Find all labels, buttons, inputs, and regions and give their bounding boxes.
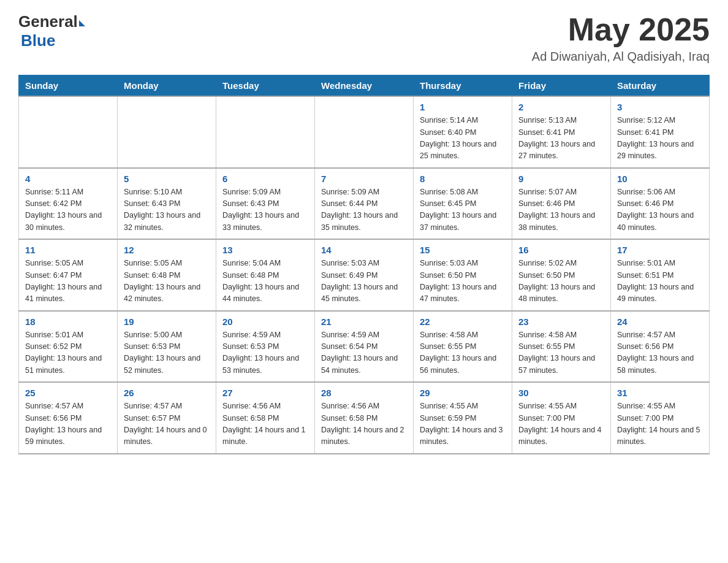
calendar-cell: 5Sunrise: 5:10 AM Sunset: 6:43 PM Daylig…: [118, 168, 216, 240]
day-number: 15: [420, 245, 506, 255]
day-number: 29: [420, 388, 506, 398]
calendar-cell: 16Sunrise: 5:02 AM Sunset: 6:50 PM Dayli…: [512, 239, 611, 311]
logo: General Blue: [18, 12, 85, 50]
day-info: Sunrise: 5:01 AM Sunset: 6:52 PM Dayligh…: [25, 329, 111, 377]
calendar-cell: 2Sunrise: 5:13 AM Sunset: 6:41 PM Daylig…: [512, 96, 611, 168]
calendar-week-3: 11Sunrise: 5:05 AM Sunset: 6:47 PM Dayli…: [19, 239, 710, 311]
day-number: 21: [321, 316, 407, 327]
calendar-cell: 23Sunrise: 4:58 AM Sunset: 6:55 PM Dayli…: [512, 311, 611, 383]
calendar-header-saturday: Saturday: [611, 75, 710, 97]
day-number: 1: [420, 102, 506, 112]
day-number: 10: [617, 174, 703, 184]
day-info: Sunrise: 5:13 AM Sunset: 6:41 PM Dayligh…: [518, 115, 604, 163]
day-number: 12: [124, 245, 210, 255]
calendar-cell: 31Sunrise: 4:55 AM Sunset: 7:00 PM Dayli…: [611, 382, 710, 454]
calendar-table: SundayMondayTuesdayWednesdayThursdayFrid…: [18, 75, 710, 454]
calendar-cell: 7Sunrise: 5:09 AM Sunset: 6:44 PM Daylig…: [315, 168, 414, 240]
day-number: 2: [518, 102, 604, 112]
calendar-week-5: 25Sunrise: 4:57 AM Sunset: 6:56 PM Dayli…: [19, 382, 710, 454]
calendar-cell: [118, 96, 216, 168]
day-number: 28: [321, 388, 407, 398]
day-number: 30: [518, 388, 604, 398]
calendar-cell: [19, 96, 118, 168]
day-number: 9: [518, 174, 604, 184]
day-number: 3: [617, 102, 703, 112]
day-number: 23: [518, 316, 604, 327]
day-info: Sunrise: 5:08 AM Sunset: 6:45 PM Dayligh…: [420, 186, 506, 234]
calendar-header-tuesday: Tuesday: [216, 75, 315, 97]
day-number: 26: [124, 388, 210, 398]
calendar-week-1: 1Sunrise: 5:14 AM Sunset: 6:40 PM Daylig…: [19, 96, 710, 168]
calendar-cell: 15Sunrise: 5:03 AM Sunset: 6:50 PM Dayli…: [414, 239, 512, 311]
day-number: 24: [617, 316, 703, 327]
day-info: Sunrise: 4:55 AM Sunset: 7:00 PM Dayligh…: [518, 400, 604, 448]
day-info: Sunrise: 5:02 AM Sunset: 6:50 PM Dayligh…: [518, 258, 604, 305]
calendar-header-thursday: Thursday: [414, 75, 512, 97]
calendar-cell: 11Sunrise: 5:05 AM Sunset: 6:47 PM Dayli…: [19, 239, 118, 311]
day-info: Sunrise: 5:05 AM Sunset: 6:48 PM Dayligh…: [124, 258, 210, 305]
day-info: Sunrise: 5:12 AM Sunset: 6:41 PM Dayligh…: [617, 115, 703, 163]
calendar-cell: 25Sunrise: 4:57 AM Sunset: 6:56 PM Dayli…: [19, 382, 118, 454]
calendar-cell: 1Sunrise: 5:14 AM Sunset: 6:40 PM Daylig…: [414, 96, 512, 168]
calendar-cell: [216, 96, 315, 168]
day-info: Sunrise: 5:01 AM Sunset: 6:51 PM Dayligh…: [617, 258, 703, 305]
day-info: Sunrise: 4:55 AM Sunset: 6:59 PM Dayligh…: [420, 400, 506, 448]
calendar-cell: 19Sunrise: 5:00 AM Sunset: 6:53 PM Dayli…: [118, 311, 216, 383]
calendar-header-monday: Monday: [118, 75, 216, 97]
day-info: Sunrise: 5:06 AM Sunset: 6:46 PM Dayligh…: [617, 186, 703, 234]
day-number: 4: [25, 174, 111, 184]
day-info: Sunrise: 5:03 AM Sunset: 6:50 PM Dayligh…: [420, 258, 506, 305]
calendar-cell: 21Sunrise: 4:59 AM Sunset: 6:54 PM Dayli…: [315, 311, 414, 383]
day-info: Sunrise: 4:59 AM Sunset: 6:53 PM Dayligh…: [222, 329, 308, 377]
calendar-header-friday: Friday: [512, 75, 611, 97]
calendar-cell: 12Sunrise: 5:05 AM Sunset: 6:48 PM Dayli…: [118, 239, 216, 311]
page-header: General Blue May 2025 Ad Diwaniyah, Al Q…: [18, 12, 710, 64]
calendar-cell: 18Sunrise: 5:01 AM Sunset: 6:52 PM Dayli…: [19, 311, 118, 383]
title-block: May 2025 Ad Diwaniyah, Al Qadisiyah, Ira…: [532, 12, 710, 64]
calendar-cell: 29Sunrise: 4:55 AM Sunset: 6:59 PM Dayli…: [414, 382, 512, 454]
day-number: 8: [420, 174, 506, 184]
calendar-cell: 13Sunrise: 5:04 AM Sunset: 6:48 PM Dayli…: [216, 239, 315, 311]
day-number: 22: [420, 316, 506, 327]
day-info: Sunrise: 4:59 AM Sunset: 6:54 PM Dayligh…: [321, 329, 407, 377]
day-info: Sunrise: 5:09 AM Sunset: 6:44 PM Dayligh…: [321, 186, 407, 234]
calendar-cell: 3Sunrise: 5:12 AM Sunset: 6:41 PM Daylig…: [611, 96, 710, 168]
day-info: Sunrise: 4:58 AM Sunset: 6:55 PM Dayligh…: [518, 329, 604, 377]
day-info: Sunrise: 4:56 AM Sunset: 6:58 PM Dayligh…: [222, 400, 308, 448]
calendar-cell: 9Sunrise: 5:07 AM Sunset: 6:46 PM Daylig…: [512, 168, 611, 240]
calendar-cell: 26Sunrise: 4:57 AM Sunset: 6:57 PM Dayli…: [118, 382, 216, 454]
day-info: Sunrise: 4:56 AM Sunset: 6:58 PM Dayligh…: [321, 400, 407, 448]
calendar-cell: 20Sunrise: 4:59 AM Sunset: 6:53 PM Dayli…: [216, 311, 315, 383]
calendar-cell: 10Sunrise: 5:06 AM Sunset: 6:46 PM Dayli…: [611, 168, 710, 240]
day-number: 20: [222, 316, 308, 327]
day-number: 27: [222, 388, 308, 398]
calendar-cell: 14Sunrise: 5:03 AM Sunset: 6:49 PM Dayli…: [315, 239, 414, 311]
calendar-cell: 28Sunrise: 4:56 AM Sunset: 6:58 PM Dayli…: [315, 382, 414, 454]
day-info: Sunrise: 5:07 AM Sunset: 6:46 PM Dayligh…: [518, 186, 604, 234]
calendar-cell: 30Sunrise: 4:55 AM Sunset: 7:00 PM Dayli…: [512, 382, 611, 454]
logo-blue-text: Blue: [21, 31, 55, 50]
day-info: Sunrise: 4:57 AM Sunset: 6:57 PM Dayligh…: [124, 400, 210, 448]
calendar-cell: 6Sunrise: 5:09 AM Sunset: 6:43 PM Daylig…: [216, 168, 315, 240]
calendar-cell: 24Sunrise: 4:57 AM Sunset: 6:56 PM Dayli…: [611, 311, 710, 383]
day-info: Sunrise: 5:03 AM Sunset: 6:49 PM Dayligh…: [321, 258, 407, 305]
day-info: Sunrise: 5:11 AM Sunset: 6:42 PM Dayligh…: [25, 186, 111, 234]
day-number: 6: [222, 174, 308, 184]
day-number: 17: [617, 245, 703, 255]
day-number: 14: [321, 245, 407, 255]
calendar-cell: 4Sunrise: 5:11 AM Sunset: 6:42 PM Daylig…: [19, 168, 118, 240]
day-info: Sunrise: 5:00 AM Sunset: 6:53 PM Dayligh…: [124, 329, 210, 377]
day-info: Sunrise: 5:05 AM Sunset: 6:47 PM Dayligh…: [25, 258, 111, 305]
day-info: Sunrise: 4:57 AM Sunset: 6:56 PM Dayligh…: [617, 329, 703, 377]
day-number: 13: [222, 245, 308, 255]
calendar-header-sunday: Sunday: [19, 75, 118, 97]
day-info: Sunrise: 5:14 AM Sunset: 6:40 PM Dayligh…: [420, 115, 506, 163]
calendar-header-row: SundayMondayTuesdayWednesdayThursdayFrid…: [19, 75, 710, 97]
day-info: Sunrise: 4:58 AM Sunset: 6:55 PM Dayligh…: [420, 329, 506, 377]
day-number: 5: [124, 174, 210, 184]
calendar-cell: 27Sunrise: 4:56 AM Sunset: 6:58 PM Dayli…: [216, 382, 315, 454]
location-text: Ad Diwaniyah, Al Qadisiyah, Iraq: [532, 50, 710, 64]
day-number: 11: [25, 245, 111, 255]
logo-general-text: General: [18, 12, 78, 31]
calendar-week-4: 18Sunrise: 5:01 AM Sunset: 6:52 PM Dayli…: [19, 311, 710, 383]
